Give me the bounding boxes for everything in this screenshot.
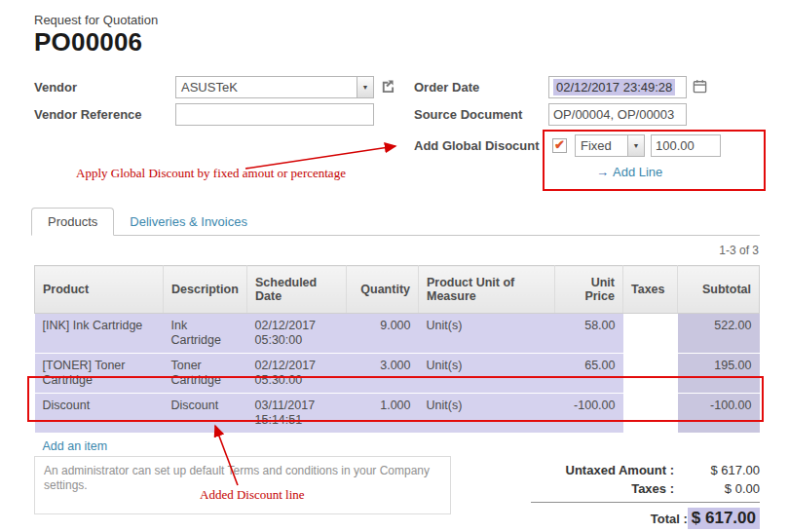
cell-scheduled-date[interactable]: 02/12/2017 05:30:00 [247,354,347,394]
page-title: PO00006 [34,27,142,57]
global-discount-label: Add Global Disocunt [414,134,540,157]
discount-type-dropdown-arrow-icon[interactable]: ▼ [627,135,644,156]
source-document-label: Source Document [414,103,522,126]
cell-taxes[interactable] [623,314,678,354]
total-row: Total : $ 617.00 [531,506,760,531]
totals-divider [531,502,760,503]
vendor-label: Vendor [34,76,77,98]
vendor-reference-label: Vendor Reference [34,103,142,126]
cell-uom[interactable]: Unit(s) [419,394,555,434]
column-header-unit-price[interactable]: Unit Price [555,266,623,314]
tab-deliveries-invoices[interactable]: Deliveries & Invoices [114,209,263,235]
column-header-taxes[interactable]: Taxes [623,266,678,314]
cell-subtotal[interactable]: 522.00 [678,314,760,354]
table-row-ink-cartridge[interactable]: [INK] Ink Cartridge Ink Cartridge 02/12/… [35,314,760,354]
cell-product[interactable]: Discount [35,394,164,434]
column-header-description[interactable]: Description [164,266,247,314]
total-label: Total : [531,512,688,526]
cell-taxes[interactable] [623,354,678,394]
terms-notes-area[interactable]: An administrator can set up default Term… [34,456,451,514]
cell-unit-price[interactable]: 65.00 [555,354,623,394]
global-discount-checkbox[interactable]: ✔ [552,138,567,153]
add-line-link[interactable]: →Add Line [596,165,662,179]
cell-description[interactable]: Discount [164,394,247,434]
total-value: $ 617.00 [688,508,760,529]
taxes-value: $ 0.00 [674,481,760,496]
notebook-tabs: Products Deliveries & Invoices [31,207,760,236]
source-document-input[interactable]: OP/00004, OP/00003 [548,103,687,126]
vendor-value: ASUSTeK [176,77,357,97]
table-header-row: Product Description Scheduled Date Quant… [35,266,760,314]
form-type-label: Request for Quotation [34,13,158,27]
table-row-discount[interactable]: Discount Discount 03/11/2017 15:14:51 1.… [35,394,760,434]
check-icon: ✔ [554,138,565,151]
discount-line-annotation: Added Discount line [200,487,305,503]
vendor-dropdown-arrow-icon[interactable]: ▼ [357,77,373,97]
column-header-subtotal[interactable]: Subtotal [678,266,760,314]
cell-product[interactable]: [INK] Ink Cartridge [35,314,164,354]
taxes-label: Taxes : [531,481,674,496]
cell-taxes[interactable] [623,394,678,434]
rfq-form-page: Request for Quotation PO00006 Vendor ASU… [0,0,789,532]
pager: 1-3 of 3 [719,244,759,257]
vendor-reference-input[interactable] [175,103,374,126]
column-header-scheduled-date[interactable]: Scheduled Date [247,266,347,314]
cell-subtotal[interactable]: -100.00 [678,394,760,434]
cell-uom[interactable]: Unit(s) [419,314,555,354]
vendor-select[interactable]: ASUSTeK ▼ [175,76,374,98]
add-line-arrow-icon: → [596,165,609,179]
discount-type-value: Fixed [576,135,627,156]
cell-scheduled-date[interactable]: 02/12/2017 05:30:00 [247,314,347,354]
untaxed-amount-row: Untaxed Amount : $ 617.00 [531,461,760,479]
cell-unit-price[interactable]: 58.00 [555,314,623,354]
order-date-label: Order Date [414,76,479,98]
vendor-external-link-icon[interactable] [380,79,395,95]
totals-summary: Untaxed Amount : $ 617.00 Taxes : $ 0.00… [531,461,760,531]
column-header-quantity[interactable]: Quantity [347,266,419,314]
cell-quantity[interactable]: 1.000 [347,394,419,434]
untaxed-amount-value: $ 617.00 [674,463,760,477]
tab-products[interactable]: Products [31,208,114,236]
column-header-product[interactable]: Product [35,266,164,314]
cell-description[interactable]: Toner Cartridge [164,354,247,394]
cell-description[interactable]: Ink Cartridge [164,314,247,354]
order-date-input[interactable]: 02/12/2017 23:49:28 [548,76,687,98]
order-lines-table: Product Description Scheduled Date Quant… [34,265,760,459]
discount-type-select[interactable]: Fixed ▼ [575,134,645,157]
cell-unit-price[interactable]: -100.00 [555,394,623,434]
cell-subtotal[interactable]: 195.00 [678,354,760,394]
cell-uom[interactable]: Unit(s) [419,354,555,394]
taxes-row: Taxes : $ 0.00 [531,479,760,498]
column-header-uom[interactable]: Product Unit of Measure [419,266,555,314]
cell-quantity[interactable]: 3.000 [347,354,419,394]
calendar-icon[interactable] [693,79,708,95]
add-line-label: Add Line [613,165,662,179]
global-discount-annotation: Apply Global Discount by fixed amout or … [76,166,346,181]
cell-scheduled-date[interactable]: 03/11/2017 15:14:51 [247,394,347,434]
order-date-value: 02/12/2017 23:49:28 [553,79,675,95]
discount-amount-input[interactable]: 100.00 [651,134,721,157]
cell-product[interactable]: [TONER] Toner Cartridge [35,354,164,394]
add-an-item-link[interactable]: Add an item [43,439,108,453]
table-row-toner-cartridge[interactable]: [TONER] Toner Cartridge Toner Cartridge … [35,354,760,394]
cell-quantity[interactable]: 9.000 [347,314,419,354]
untaxed-amount-label: Untaxed Amount : [531,463,674,477]
